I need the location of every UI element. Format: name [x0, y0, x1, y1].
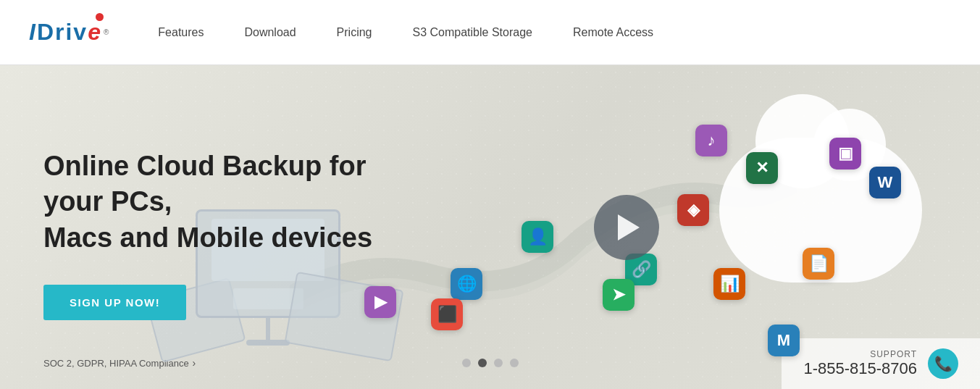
support-label: SUPPORT	[803, 349, 917, 359]
floating-icon-word: W	[869, 167, 901, 198]
support-phone[interactable]: 1-855-815-8706	[803, 359, 917, 378]
floating-icon-play2: ▶	[364, 286, 396, 318]
play-button[interactable]	[594, 195, 659, 260]
nav-remote[interactable]: Remote Access	[553, 26, 674, 39]
floating-icon-presentation: 📄	[803, 248, 834, 280]
floating-icon-person: 👤	[522, 221, 553, 253]
hero-content: Online Cloud Backup for your PCs, Macs a…	[0, 134, 420, 320]
floating-icon-globe: 🌐	[451, 268, 482, 300]
carousel-dot-2[interactable]	[478, 359, 487, 367]
signup-button[interactable]: SIGN UP NOW!	[43, 285, 186, 320]
logo-e-dot	[96, 13, 104, 21]
floating-icon-blue-m: M	[768, 325, 800, 356]
logo-reg: ®	[104, 28, 109, 36]
logo[interactable]: I D r i v e ®	[29, 19, 109, 46]
logo-e: e	[88, 19, 101, 45]
phone-symbol: 📞	[934, 355, 952, 372]
carousel-dot-4[interactable]	[510, 359, 519, 367]
logo-text-r: r	[55, 19, 64, 46]
compliance-arrow: ›	[193, 357, 196, 369]
carousel-dot-3[interactable]	[494, 359, 503, 367]
nav-features[interactable]: Features	[138, 26, 224, 39]
phone-icon[interactable]: 📞	[928, 348, 958, 379]
logo-e-container: e	[88, 19, 101, 46]
support-bar: SUPPORT 1-855-815-8706 📞	[782, 338, 980, 389]
carousel-dots	[462, 359, 519, 367]
hero-title: Online Cloud Backup for your PCs, Macs a…	[43, 149, 420, 256]
logo-text-i2: i	[65, 19, 72, 46]
main-nav: Features Download Pricing S3 Compatible …	[138, 26, 674, 39]
logo-text-i: I	[29, 19, 35, 46]
hero-section: Online Cloud Backup for your PCs, Macs a…	[0, 65, 980, 389]
nav-pricing[interactable]: Pricing	[317, 26, 393, 39]
logo-text-v: v	[73, 19, 86, 46]
play-icon	[618, 214, 640, 240]
floating-icon-red2: ⬛	[431, 298, 463, 330]
floating-icon-music: ♪	[695, 125, 727, 156]
header: I D r i v e ® Features Download Pricing …	[0, 0, 980, 65]
floating-icon-excel: ✕	[746, 152, 778, 184]
hero-title-line1: Online Cloud Backup for your PCs,	[43, 151, 366, 217]
nav-download[interactable]: Download	[224, 26, 316, 39]
support-info: SUPPORT 1-855-815-8706	[803, 349, 917, 378]
floating-icon-green: ➤	[603, 279, 635, 311]
floating-icon-red: ◈	[677, 194, 709, 226]
nav-s3[interactable]: S3 Compatible Storage	[393, 26, 553, 39]
floating-icon-purple: ▣	[829, 138, 861, 170]
carousel-dot-1[interactable]	[462, 359, 471, 367]
monitor-stand	[266, 318, 270, 340]
hero-title-line2: Macs and Mobile devices	[43, 222, 372, 253]
monitor-base	[246, 340, 290, 346]
logo-text-d: D	[37, 19, 54, 46]
floating-icon-chart: 📊	[713, 268, 745, 300]
